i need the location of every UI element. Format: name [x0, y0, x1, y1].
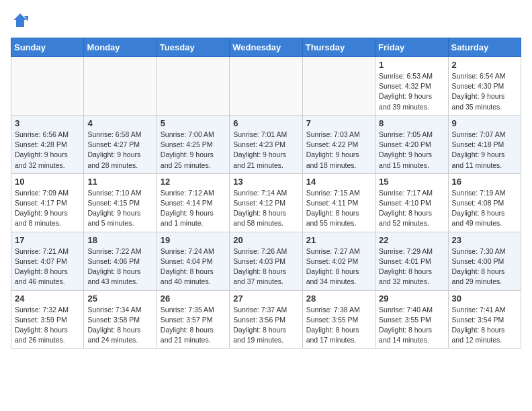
day-info: Sunrise: 7:40 AM Sunset: 3:55 PM Dayligh…	[379, 305, 444, 346]
calendar-cell	[11, 57, 84, 116]
day-info: Sunrise: 7:14 AM Sunset: 4:12 PM Dayligh…	[233, 188, 298, 229]
calendar-cell	[84, 57, 157, 116]
day-of-week-header: Saturday	[448, 38, 521, 57]
day-number: 21	[306, 235, 371, 245]
calendar-header-row: SundayMondayTuesdayWednesdayThursdayFrid…	[11, 38, 521, 57]
day-of-week-header: Monday	[84, 38, 157, 57]
calendar-cell: 24Sunrise: 7:32 AM Sunset: 3:59 PM Dayli…	[11, 290, 84, 349]
day-info: Sunrise: 7:29 AM Sunset: 4:01 PM Dayligh…	[379, 246, 444, 287]
header	[11, 11, 521, 30]
day-number: 27	[233, 293, 298, 304]
day-info: Sunrise: 7:37 AM Sunset: 3:56 PM Dayligh…	[233, 305, 298, 346]
calendar-cell: 28Sunrise: 7:38 AM Sunset: 3:55 PM Dayli…	[302, 290, 375, 349]
day-info: Sunrise: 7:17 AM Sunset: 4:10 PM Dayligh…	[379, 188, 444, 229]
day-info: Sunrise: 7:00 AM Sunset: 4:25 PM Dayligh…	[161, 130, 226, 171]
calendar-cell: 7Sunrise: 7:03 AM Sunset: 4:22 PM Daylig…	[302, 115, 375, 173]
calendar-cell: 10Sunrise: 7:09 AM Sunset: 4:17 PM Dayli…	[11, 173, 84, 232]
calendar-cell: 6Sunrise: 7:01 AM Sunset: 4:23 PM Daylig…	[230, 115, 302, 173]
day-info: Sunrise: 7:05 AM Sunset: 4:20 PM Dayligh…	[379, 130, 444, 171]
logo	[11, 11, 32, 30]
calendar-week-row: 24Sunrise: 7:32 AM Sunset: 3:59 PM Dayli…	[11, 290, 521, 349]
day-number: 30	[452, 293, 517, 304]
day-of-week-header: Friday	[375, 38, 448, 57]
day-info: Sunrise: 6:54 AM Sunset: 4:30 PM Dayligh…	[452, 71, 517, 112]
day-number: 10	[15, 177, 80, 187]
calendar-cell: 20Sunrise: 7:26 AM Sunset: 4:03 PM Dayli…	[230, 232, 302, 290]
day-info: Sunrise: 7:07 AM Sunset: 4:18 PM Dayligh…	[452, 130, 517, 171]
calendar-body: 1Sunrise: 6:53 AM Sunset: 4:32 PM Daylig…	[11, 57, 521, 349]
day-info: Sunrise: 7:15 AM Sunset: 4:11 PM Dayligh…	[306, 188, 371, 229]
calendar-week-row: 17Sunrise: 7:21 AM Sunset: 4:07 PM Dayli…	[11, 232, 521, 290]
day-of-week-header: Tuesday	[157, 38, 229, 57]
calendar-cell: 22Sunrise: 7:29 AM Sunset: 4:01 PM Dayli…	[375, 232, 448, 290]
day-number: 13	[233, 177, 298, 187]
day-info: Sunrise: 6:58 AM Sunset: 4:27 PM Dayligh…	[87, 130, 152, 171]
calendar-cell	[157, 57, 229, 116]
day-info: Sunrise: 6:56 AM Sunset: 4:28 PM Dayligh…	[15, 130, 80, 171]
day-number: 2	[452, 60, 517, 70]
calendar-cell: 15Sunrise: 7:17 AM Sunset: 4:10 PM Dayli…	[375, 173, 448, 232]
calendar-cell: 14Sunrise: 7:15 AM Sunset: 4:11 PM Dayli…	[302, 173, 375, 232]
day-number: 25	[87, 293, 152, 304]
calendar-cell: 5Sunrise: 7:00 AM Sunset: 4:25 PM Daylig…	[157, 115, 229, 173]
day-number: 20	[233, 235, 298, 245]
logo-icon	[11, 11, 30, 30]
calendar-cell: 16Sunrise: 7:19 AM Sunset: 4:08 PM Dayli…	[448, 173, 521, 232]
day-info: Sunrise: 7:24 AM Sunset: 4:04 PM Dayligh…	[161, 246, 226, 287]
calendar-cell: 23Sunrise: 7:30 AM Sunset: 4:00 PM Dayli…	[448, 232, 521, 290]
calendar-cell: 25Sunrise: 7:34 AM Sunset: 3:58 PM Dayli…	[84, 290, 157, 349]
calendar-cell: 17Sunrise: 7:21 AM Sunset: 4:07 PM Dayli…	[11, 232, 84, 290]
day-info: Sunrise: 7:27 AM Sunset: 4:02 PM Dayligh…	[306, 246, 371, 287]
day-info: Sunrise: 7:41 AM Sunset: 3:54 PM Dayligh…	[452, 305, 517, 346]
calendar-cell: 13Sunrise: 7:14 AM Sunset: 4:12 PM Dayli…	[230, 173, 302, 232]
calendar-cell: 21Sunrise: 7:27 AM Sunset: 4:02 PM Dayli…	[302, 232, 375, 290]
calendar-cell: 27Sunrise: 7:37 AM Sunset: 3:56 PM Dayli…	[230, 290, 302, 349]
calendar-cell: 8Sunrise: 7:05 AM Sunset: 4:20 PM Daylig…	[375, 115, 448, 173]
day-number: 22	[379, 235, 444, 245]
calendar-week-row: 10Sunrise: 7:09 AM Sunset: 4:17 PM Dayli…	[11, 173, 521, 232]
day-number: 23	[452, 235, 517, 245]
day-number: 4	[87, 118, 152, 128]
day-number: 14	[306, 177, 371, 187]
day-info: Sunrise: 7:12 AM Sunset: 4:14 PM Dayligh…	[161, 188, 226, 229]
day-number: 9	[452, 118, 517, 128]
day-number: 11	[87, 177, 152, 187]
calendar-cell: 19Sunrise: 7:24 AM Sunset: 4:04 PM Dayli…	[157, 232, 229, 290]
calendar-cell: 12Sunrise: 7:12 AM Sunset: 4:14 PM Dayli…	[157, 173, 229, 232]
day-number: 24	[15, 293, 80, 304]
day-number: 18	[87, 235, 152, 245]
day-info: Sunrise: 7:03 AM Sunset: 4:22 PM Dayligh…	[306, 130, 371, 171]
calendar-cell: 3Sunrise: 6:56 AM Sunset: 4:28 PM Daylig…	[11, 115, 84, 173]
day-number: 6	[233, 118, 298, 128]
calendar-cell: 4Sunrise: 6:58 AM Sunset: 4:27 PM Daylig…	[84, 115, 157, 173]
calendar-cell	[302, 57, 375, 116]
day-number: 15	[379, 177, 444, 187]
day-info: Sunrise: 7:10 AM Sunset: 4:15 PM Dayligh…	[87, 188, 152, 229]
day-info: Sunrise: 7:30 AM Sunset: 4:00 PM Dayligh…	[452, 246, 517, 287]
day-info: Sunrise: 7:38 AM Sunset: 3:55 PM Dayligh…	[306, 305, 371, 346]
calendar-week-row: 1Sunrise: 6:53 AM Sunset: 4:32 PM Daylig…	[11, 57, 521, 116]
day-number: 26	[161, 293, 226, 304]
calendar-cell: 26Sunrise: 7:35 AM Sunset: 3:57 PM Dayli…	[157, 290, 229, 349]
day-info: Sunrise: 6:53 AM Sunset: 4:32 PM Dayligh…	[379, 71, 444, 112]
day-number: 12	[161, 177, 226, 187]
day-info: Sunrise: 7:26 AM Sunset: 4:03 PM Dayligh…	[233, 246, 298, 287]
day-info: Sunrise: 7:01 AM Sunset: 4:23 PM Dayligh…	[233, 130, 298, 171]
day-info: Sunrise: 7:35 AM Sunset: 3:57 PM Dayligh…	[161, 305, 226, 346]
calendar-cell: 1Sunrise: 6:53 AM Sunset: 4:32 PM Daylig…	[375, 57, 448, 116]
calendar-cell: 30Sunrise: 7:41 AM Sunset: 3:54 PM Dayli…	[448, 290, 521, 349]
day-info: Sunrise: 7:34 AM Sunset: 3:58 PM Dayligh…	[87, 305, 152, 346]
day-info: Sunrise: 7:32 AM Sunset: 3:59 PM Dayligh…	[15, 305, 80, 346]
day-info: Sunrise: 7:09 AM Sunset: 4:17 PM Dayligh…	[15, 188, 80, 229]
day-of-week-header: Thursday	[302, 38, 375, 57]
calendar-cell	[230, 57, 302, 116]
day-of-week-header: Sunday	[11, 38, 84, 57]
day-number: 29	[379, 293, 444, 304]
calendar-week-row: 3Sunrise: 6:56 AM Sunset: 4:28 PM Daylig…	[11, 115, 521, 173]
day-number: 1	[379, 60, 444, 70]
calendar-cell: 18Sunrise: 7:22 AM Sunset: 4:06 PM Dayli…	[84, 232, 157, 290]
calendar-cell: 29Sunrise: 7:40 AM Sunset: 3:55 PM Dayli…	[375, 290, 448, 349]
calendar-cell: 2Sunrise: 6:54 AM Sunset: 4:30 PM Daylig…	[448, 57, 521, 116]
day-info: Sunrise: 7:21 AM Sunset: 4:07 PM Dayligh…	[15, 246, 80, 287]
calendar-cell: 11Sunrise: 7:10 AM Sunset: 4:15 PM Dayli…	[84, 173, 157, 232]
